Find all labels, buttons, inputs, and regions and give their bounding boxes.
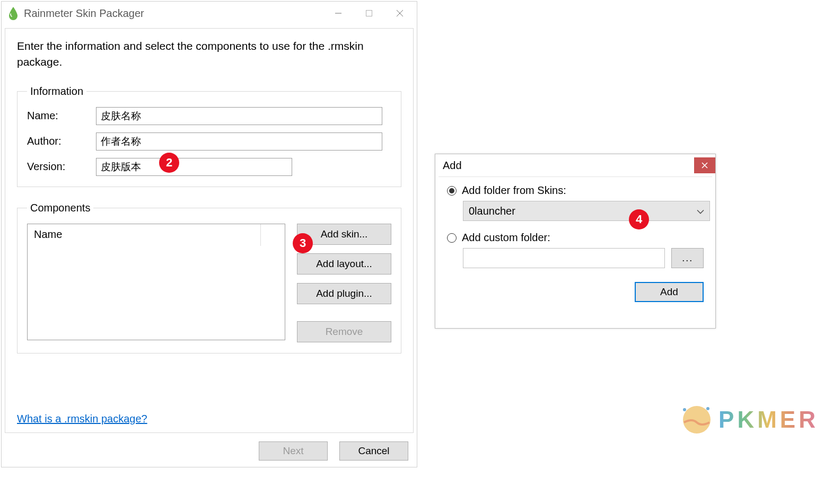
window-title: Rainmeter Skin Packager [24, 7, 323, 20]
name-input[interactable] [96, 107, 382, 125]
version-input[interactable] [96, 158, 292, 176]
components-legend: Components [27, 202, 93, 214]
help-link[interactable]: What is a .rmskin package? [17, 413, 401, 425]
next-button[interactable]: Next [259, 441, 328, 461]
browse-button[interactable]: ... [671, 248, 704, 268]
maximize-button[interactable] [354, 4, 384, 23]
watermark: PKMER [681, 404, 819, 435]
packager-window: Rainmeter Skin Packager Enter the inform… [1, 1, 417, 467]
footer: Next Cancel [2, 436, 417, 467]
author-input[interactable] [96, 132, 382, 151]
content-pane: Enter the information and select the com… [5, 28, 414, 433]
annotation-badge-4: 4 [629, 209, 649, 229]
add-close-button[interactable] [694, 157, 715, 173]
cancel-button[interactable]: Cancel [339, 441, 408, 461]
add-titlebar: Add [435, 154, 715, 176]
annotation-badge-3: 3 [293, 233, 313, 253]
information-group: Information Name: Author: Version: [17, 85, 401, 187]
annotation-badge-2: 2 [159, 153, 179, 173]
svg-point-7 [683, 408, 686, 411]
custom-folder-input[interactable] [463, 248, 665, 268]
information-legend: Information [27, 85, 86, 98]
list-column-name: Name [28, 224, 261, 246]
chevron-down-icon [697, 205, 704, 217]
combo-value: 0launcher [469, 205, 515, 217]
name-label: Name: [27, 110, 96, 122]
add-confirm-button[interactable]: Add [635, 282, 704, 302]
titlebar: Rainmeter Skin Packager [2, 2, 417, 25]
radio-folder-from-skins[interactable]: Add folder from Skins: [447, 184, 704, 197]
add-plugin-button[interactable]: Add plugin... [297, 283, 391, 304]
skins-folder-combo[interactable]: 0launcher [463, 201, 710, 221]
svg-point-6 [683, 406, 711, 434]
radio-custom-label: Add custom folder: [462, 232, 550, 244]
add-dialog: Add Add folder from Skins: 0launcher Add… [435, 154, 716, 329]
version-label: Version: [27, 161, 96, 173]
add-dialog-title: Add [443, 160, 694, 172]
add-body: Add folder from Skins: 0launcher Add cus… [439, 176, 712, 328]
svg-rect-1 [366, 11, 372, 16]
instruction-text: Enter the information and select the com… [17, 38, 401, 70]
add-layout-button[interactable]: Add layout... [297, 253, 391, 275]
close-button[interactable] [385, 4, 415, 23]
components-list[interactable]: Name [27, 224, 285, 340]
pkmer-logo-icon [681, 404, 712, 435]
minimize-button[interactable] [323, 4, 353, 23]
radio-folder-label: Add folder from Skins: [462, 184, 566, 197]
radio-icon [447, 186, 457, 196]
watermark-text: PKMER [718, 406, 819, 433]
remove-button[interactable]: Remove [297, 321, 391, 342]
author-label: Author: [27, 135, 96, 147]
radio-icon [447, 233, 457, 243]
svg-point-8 [706, 407, 709, 410]
rainmeter-icon [8, 6, 19, 20]
window-controls [323, 4, 415, 23]
components-group: Components Name Add skin... Add layout..… [17, 202, 401, 353]
radio-custom-folder[interactable]: Add custom folder: [447, 232, 704, 244]
